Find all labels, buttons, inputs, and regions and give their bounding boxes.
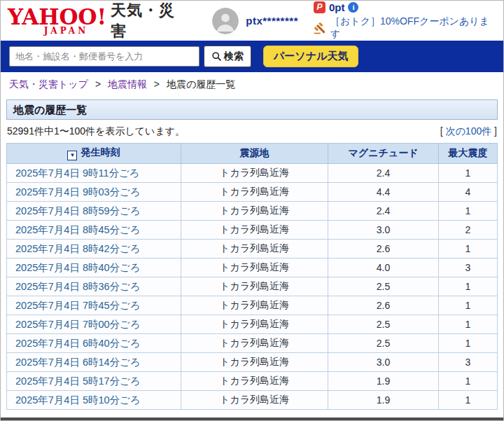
page: YAHOO! JAPAN 天気・災害 ptx******** P 0pt i [0,0,504,421]
result-count-row: 52991件中1〜100件を表示しています。 [ 次の100件 ] [7,125,497,138]
table-row: 2025年7月4日 8時40分ごろ トカラ列島近海 4.0 3 [7,258,498,277]
time-cell: 2025年7月4日 5時17分ごろ [7,372,181,391]
magnitude-cell: 2.5 [328,315,439,334]
search-input[interactable] [9,46,200,67]
intensity-cell: 2 [438,221,497,240]
epicenter-cell: トカラ列島近海 [181,353,328,372]
table-row: 2025年7月4日 5時17分ごろ トカラ列島近海 1.9 1 [7,372,498,391]
earthquake-history-table: ▼ 発生時刻 震源地 マグニチュード 最大震度 2025年7月4日 9時11分ご… [6,143,498,410]
table-row: 2025年7月4日 6時14分ごろ トカラ列島近海 3.0 3 [7,353,498,372]
quake-detail-link[interactable]: 2025年7月4日 5時17分ごろ [15,375,141,387]
next-100-link[interactable]: 次の100件 [446,125,492,137]
intensity-cell: 1 [438,315,497,334]
quake-detail-link[interactable]: 2025年7月4日 7時00分ごろ [15,319,141,330]
magnitude-cell: 1.9 [328,372,439,391]
yahoo-japan-logo[interactable]: YAHOO! JAPAN [8,6,106,35]
column-header-time-label: 発生時刻 [80,146,120,158]
time-cell: 2025年7月4日 6時14分ごろ [7,353,181,372]
quake-detail-link[interactable]: 2025年7月4日 8時40分ごろ [15,262,141,273]
time-cell: 2025年7月4日 7時00分ごろ [7,315,181,334]
quake-detail-link[interactable]: 2025年7月4日 5時10分ごろ [15,394,141,406]
magnitude-cell: 2.4 [328,164,439,183]
intensity-cell: 1 [438,240,497,258]
epicenter-cell: トカラ列島近海 [181,277,328,296]
page-bottom-edge [1,417,503,420]
column-header-time[interactable]: ▼ 発生時刻 [7,144,181,164]
breadcrumb-separator: > [95,78,101,90]
table-row: 2025年7月4日 8時42分ごろ トカラ列島近海 2.6 1 [7,240,498,258]
epicenter-cell: トカラ列島近海 [181,240,328,258]
time-cell: 2025年7月4日 7時45分ごろ [7,296,181,315]
epicenter-cell: トカラ列島近海 [181,221,328,240]
quake-detail-link[interactable]: 2025年7月4日 8時45分ごろ [15,224,141,235]
page-title: 地震の履歴一覧 [6,99,498,120]
intensity-cell: 1 [438,277,497,296]
quake-detail-link[interactable]: 2025年7月4日 6時40分ごろ [15,338,141,349]
magnitude-cell: 3.0 [328,353,439,372]
breadcrumb-separator: > [154,78,160,90]
paypay-points-link[interactable]: 0pt [329,1,345,13]
search-button-label: 検索 [224,50,244,63]
time-cell: 2025年7月4日 8時40分ごろ [7,258,181,277]
time-cell: 2025年7月4日 8時45分ごろ [7,221,181,240]
quake-detail-link[interactable]: 2025年7月4日 7時45分ごろ [15,300,141,311]
column-header-intensity: 最大震度 [438,144,497,164]
avatar-icon [212,8,239,34]
time-cell: 2025年7月4日 8時59分ごろ [7,202,181,221]
intensity-cell: 1 [438,296,497,315]
quake-detail-link[interactable]: 2025年7月4日 8時59分ごろ [15,205,141,216]
service-title: 天気・災害 [111,0,190,42]
username: ptx******** [246,15,298,27]
quake-detail-link[interactable]: 2025年7月4日 9時11分ごろ [15,167,140,179]
table-row: 2025年7月4日 9時11分ごろ トカラ列島近海 2.4 1 [7,164,498,183]
epicenter-cell: トカラ列島近海 [181,334,328,353]
time-cell: 2025年7月4日 8時36分ごろ [7,277,181,296]
next-page: [ 次の100件 ] [440,125,497,138]
quake-detail-link[interactable]: 2025年7月4日 8時42分ごろ [15,243,141,254]
coupon-link[interactable]: ［おトク］10%OFFクーポンあります [314,15,496,41]
quake-detail-link[interactable]: 2025年7月4日 9時03分ごろ [15,186,141,198]
breadcrumb-link-earthquake-info[interactable]: 地震情報 [108,78,147,90]
epicenter-cell: トカラ列島近海 [181,315,328,334]
table-row: 2025年7月4日 7時45分ごろ トカラ列島近海 2.6 1 [7,296,498,315]
magnitude-cell: 4.0 [328,258,439,277]
result-count-text: 52991件中1〜100件を表示しています。 [7,125,185,138]
intensity-cell: 4 [438,183,497,202]
table-row: 2025年7月4日 9時03分ごろ トカラ列島近海 4.4 4 [7,183,498,202]
epicenter-cell: トカラ列島近海 [181,164,328,183]
time-cell: 2025年7月4日 8時42分ごろ [7,240,181,258]
user-account[interactable]: ptx******** [212,8,298,34]
magnitude-cell: 4.4 [328,183,439,202]
intensity-cell: 1 [438,391,497,410]
table-row: 2025年7月4日 8時36分ごろ トカラ列島近海 2.5 1 [7,277,498,296]
table-row: 2025年7月4日 7時00分ごろ トカラ列島近海 2.5 1 [7,315,498,334]
magnitude-cell: 1.9 [328,391,439,410]
epicenter-cell: トカラ列島近海 [181,258,328,277]
epicenter-cell: トカラ列島近海 [181,391,328,410]
time-cell: 2025年7月4日 6時40分ごろ [7,334,181,353]
intensity-cell: 3 [438,353,497,372]
search-icon [211,51,222,62]
info-icon[interactable]: i [348,2,358,13]
magnitude-cell: 2.6 [328,296,439,315]
personal-weather-button[interactable]: パーソナル天気 [263,46,358,67]
column-header-epicenter: 震源地 [181,144,328,164]
yahoo-logo-japan-text: JAPAN [44,27,106,35]
time-cell: 2025年7月4日 9時11分ごろ [7,164,181,183]
time-cell: 2025年7月4日 5時10分ごろ [7,391,181,410]
sort-desc-icon[interactable]: ▼ [67,151,77,160]
table-row: 2025年7月4日 8時45分ごろ トカラ列島近海 3.0 2 [7,221,498,240]
breadcrumb-link-weather-top[interactable]: 天気・災害トップ [9,78,88,90]
breadcrumb: 天気・災害トップ > 地震情報 > 地震の履歴一覧 [1,72,503,95]
table-row: 2025年7月4日 8時59分ごろ トカラ列島近海 2.4 1 [7,202,498,221]
quake-detail-link[interactable]: 2025年7月4日 6時14分ごろ [15,357,141,368]
quake-detail-link[interactable]: 2025年7月4日 8時36分ごろ [15,281,141,292]
epicenter-cell: トカラ列島近海 [181,183,328,202]
next-bracket-close: ] [491,125,497,137]
epicenter-cell: トカラ列島近海 [181,372,328,391]
paypay-icon: P [314,1,326,13]
coupon-text: ［おトク］10%OFFクーポンあります [330,15,496,41]
header-right-info: P 0pt i ［おトク］10%OFFクーポンあります [314,1,496,41]
search-bar: 検索 パーソナル天気 [1,41,503,72]
search-button[interactable]: 検索 [204,46,251,67]
